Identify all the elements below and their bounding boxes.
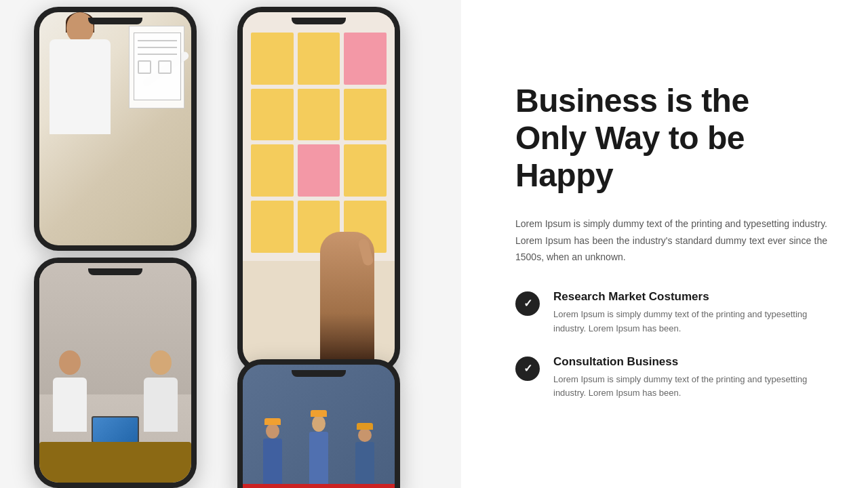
main-heading: Business is the Only Way to be Happy [515, 82, 827, 195]
phone-mockup-1 [34, 7, 197, 251]
feature-item-2: Consultation Business Lorem Ipsum is sim… [515, 355, 827, 401]
left-panel [0, 0, 461, 488]
phone-mockup-3 [34, 258, 197, 488]
description-text: Lorem Ipsum is simply dummy text of the … [515, 216, 827, 266]
right-panel: Business is the Only Way to be Happy Lor… [461, 0, 868, 488]
phone-mockup-2 [237, 7, 400, 373]
feature-item-1: Research Market Costumers Lorem Ipsum is… [515, 290, 827, 336]
phone-mockup-4 [237, 359, 400, 488]
check-icon-2 [515, 357, 540, 381]
feature-content-2: Consultation Business Lorem Ipsum is sim… [553, 355, 827, 401]
feature-title-1: Research Market Costumers [553, 290, 827, 304]
feature-desc-2: Lorem Ipsum is simply dummy text of the … [553, 373, 827, 401]
feature-desc-1: Lorem Ipsum is simply dummy text of the … [553, 308, 827, 336]
check-icon-1 [515, 291, 540, 316]
feature-title-2: Consultation Business [553, 355, 827, 369]
feature-content-1: Research Market Costumers Lorem Ipsum is… [553, 290, 827, 336]
